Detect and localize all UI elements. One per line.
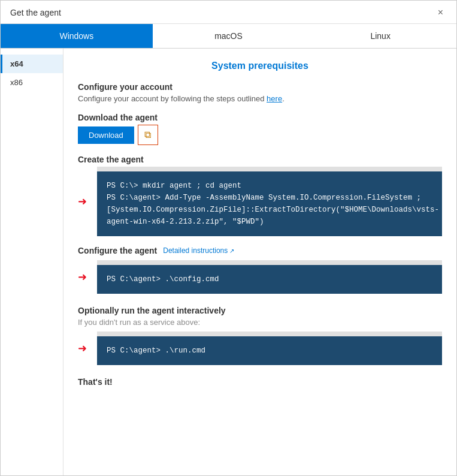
download-agent-title: Download the agent [78,113,442,122]
os-tabs: Windows macOS Linux [1,24,456,49]
run-agent-title: Optionally run the agent interactively [78,306,442,315]
run-agent-code-block-wrapper: PS C:\agent> .\run.cmd [97,332,442,365]
external-link-icon: ↗ [229,248,234,254]
run-agent-arrow: ➜ [78,342,87,355]
run-agent-desc: If you didn't run as a service above: [78,318,442,327]
main-content: System prerequisites Configure your acco… [63,49,456,475]
download-area: Download ⧉ [78,125,442,145]
run-agent-code-wrapper: ➜ PS C:\agent> .\run.cmd [97,332,442,365]
tab-windows[interactable]: Windows [1,24,153,48]
copy-icon: ⧉ [144,129,151,140]
sidebar-item-x64[interactable]: x64 [1,55,63,73]
arch-sidebar: x64 x86 [1,49,63,475]
create-agent-code-header [97,167,442,171]
configure-agent-code-wrapper: ➜ PS C:\agent> .\config.cmd [97,260,442,294]
download-button[interactable]: Download [78,126,134,144]
dialog-header: Get the agent × [1,1,456,24]
tab-linux[interactable]: Linux [304,24,456,48]
configure-agent-header: Configure the agent Detailed instruction… [78,246,442,255]
create-agent-code[interactable]: PS C:\> mkdir agent ; cd agent PS C:\age… [97,171,442,236]
create-agent-code-block-wrapper: PS C:\> mkdir agent ; cd agent PS C:\age… [97,167,442,236]
configure-agent-code[interactable]: PS C:\agent> .\config.cmd [97,265,442,294]
create-agent-title: Create the agent [78,155,442,164]
configure-agent-code-block-wrapper: PS C:\agent> .\config.cmd [97,260,442,294]
close-button[interactable]: × [434,7,447,19]
detailed-instructions-link[interactable]: Detailed instructions ↗ [163,246,234,255]
create-agent-code-wrapper: ➜ PS C:\> mkdir agent ; cd agent PS C:\a… [97,167,442,236]
configure-account-title: Configure your account [78,82,442,92]
configure-agent-title: Configure the agent [78,246,157,255]
dialog-title: Get the agent [10,8,61,17]
sidebar-item-x86[interactable]: x86 [1,73,63,92]
configure-agent-code-header [97,260,442,265]
thats-it-label: That's it! [78,377,442,387]
get-agent-dialog: Get the agent × Windows macOS Linux x64 … [0,0,457,476]
create-agent-arrow: ➜ [78,195,87,208]
run-agent-code[interactable]: PS C:\agent> .\run.cmd [97,336,442,365]
configure-agent-arrow: ➜ [78,270,87,284]
run-agent-code-header [97,332,442,336]
section-title: System prerequisites [78,61,442,71]
content-area: x64 x86 System prerequisites Configure y… [1,49,456,475]
copy-download-link-button[interactable]: ⧉ [138,125,158,145]
tab-macos[interactable]: macOS [153,24,305,48]
here-link[interactable]: here [267,94,282,103]
configure-account-desc: Configure your account by following the … [78,94,442,103]
detailed-instructions-label: Detailed instructions [163,246,228,255]
